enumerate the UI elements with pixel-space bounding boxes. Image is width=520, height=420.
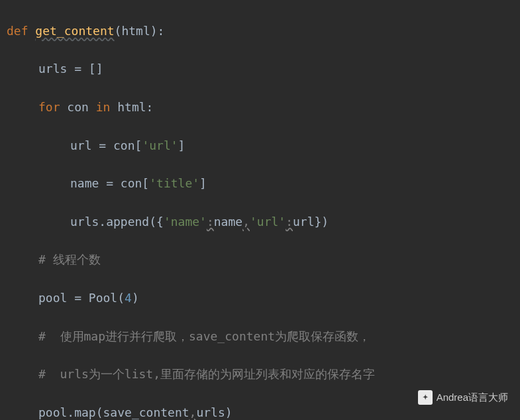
function-name: get_content — [35, 24, 114, 38]
wechat-icon: ✦ — [418, 390, 433, 405]
keyword-def: def — [7, 24, 28, 38]
code-line: pool.map(save_content,urls) — [7, 403, 520, 420]
code-line: urls = [] — [7, 60, 520, 79]
watermark-text: Andrea语言大师 — [437, 390, 508, 405]
code-line: url = con['url'] — [7, 136, 520, 156]
code-line: # 使用map进行并行爬取，save_content为爬取保存函数， — [7, 327, 520, 346]
code-line: def get_content(html): — [7, 22, 520, 41]
code-line: # urls为一个list,里面存储的为网址列表和对应的保存名字 — [7, 365, 520, 384]
code-line: name = con['title'] — [7, 174, 520, 193]
watermark: ✦ Andrea语言大师 — [418, 390, 508, 405]
code-line: for con in html: — [7, 98, 520, 117]
code-line: urls.append({'name':name,'url':url}) — [7, 213, 520, 232]
code-line: pool = Pool(4) — [7, 289, 520, 308]
args: (html) — [115, 24, 158, 38]
code-line: # 线程个数 — [7, 250, 520, 270]
code-editor[interactable]: def get_content(html): urls = [] for con… — [0, 0, 520, 420]
